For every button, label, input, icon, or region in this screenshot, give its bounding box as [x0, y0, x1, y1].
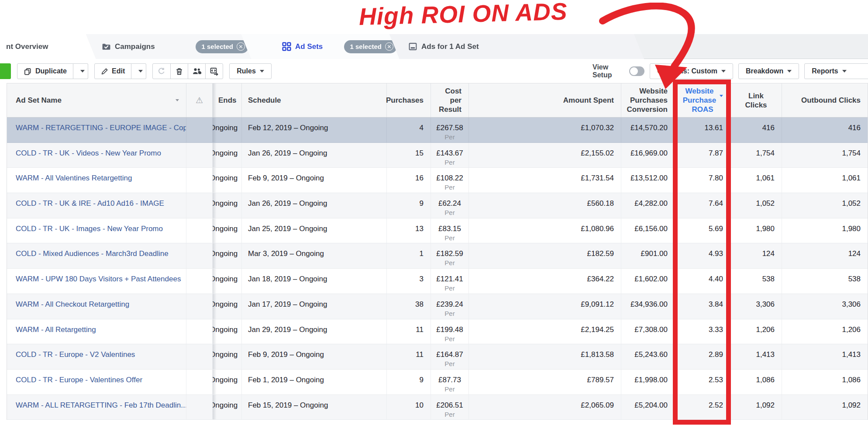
duplicate-button[interactable]: Duplicate [17, 63, 73, 79]
cell-link-clicks: 538 [730, 269, 782, 294]
sort-descending-icon [720, 95, 723, 97]
table-row[interactable]: WARM - UPW 180 Days Visitors + Past Atte… [7, 269, 868, 294]
refresh-button[interactable] [153, 64, 170, 79]
ad-set-name-link[interactable]: WARM - All Checkout Retargetting [16, 300, 129, 308]
cell-ad-set-name: COLD - TR - UK - Images - New Year Promo [7, 218, 186, 243]
cell-ends: Ongoing [213, 143, 242, 168]
cell-schedule: Jan 29, 2019 – Ongoing [242, 319, 387, 344]
table-row[interactable]: WARM - All Retargetting Ongoing Jan 29, … [7, 319, 868, 345]
cell-ends: Ongoing [213, 344, 242, 369]
header-ad-set-name[interactable]: Ad Set Name [7, 83, 186, 117]
table-row[interactable]: WARM - RETARGETTING - EUROPE IMAGE - Cop… [7, 118, 868, 143]
ad-set-name-link[interactable]: WARM - All Retargetting [16, 325, 96, 334]
table-row[interactable]: COLD - TR - UK - Videos - New Year Promo… [7, 143, 868, 168]
duplicate-dropdown-button[interactable] [73, 63, 88, 79]
cost-value: £108.22 [433, 174, 467, 183]
cell-link-clicks: 1,092 [730, 395, 782, 420]
reports-button[interactable]: Reports [804, 63, 868, 79]
ad-set-name-link[interactable]: COLD - TR - UK - Videos - New Year Promo [16, 149, 161, 157]
chevron-down-icon[interactable] [176, 99, 179, 101]
breakdown-button[interactable]: Breakdown [738, 63, 799, 79]
cell-website-purchase-roas: 5.69 [675, 218, 730, 243]
ends-value: Ongoing [213, 199, 238, 208]
cell-website-purchases-conversion: £5,243.60 [621, 344, 675, 369]
header-cost-per-result[interactable]: Cost per Result [431, 83, 469, 117]
cell-purchases: 10 [387, 395, 431, 420]
cell-schedule: Jan 25, 2019 – Ongoing [242, 218, 387, 243]
header-outbound-clicks[interactable]: Outbound Clicks [782, 83, 868, 117]
ad-set-name-link[interactable]: WARM - All Valentines Retargetting [16, 174, 132, 182]
cell-link-clicks: 1,206 [730, 319, 782, 344]
table-row[interactable]: COLD - Mixed Audiences - March3rd Deadli… [7, 243, 868, 269]
header-schedule[interactable]: Schedule [242, 83, 387, 117]
create-button[interactable] [0, 63, 11, 79]
cell-ends: Ongoing [213, 294, 242, 319]
chevron-down-icon [80, 70, 85, 73]
table-body: WARM - RETARGETTING - EUROPE IMAGE - Cop… [7, 118, 868, 420]
cell-website-purchase-roas: 13.61 [675, 118, 730, 142]
campaigns-deselect-icon[interactable]: ✕ [237, 42, 245, 51]
cell-ad-set-name: WARM - ALL RETARGETTING - Feb 17th Deadl… [7, 395, 186, 420]
cell-warning [186, 395, 213, 420]
tab-ad-sets[interactable]: Ad Sets 1 selected ✕ [241, 34, 400, 59]
ad-set-name-link[interactable]: COLD - Mixed Audiences - March3rd Deadli… [16, 249, 169, 258]
table-row[interactable]: COLD - TR - Europe - V2 Valentines Ongoi… [7, 344, 868, 370]
ad-set-name-link[interactable]: COLD - TR - UK - Images - New Year Promo [16, 225, 163, 233]
table-row[interactable]: WARM - All Valentines Retargetting Ongoi… [7, 168, 868, 193]
ad-set-name-link[interactable]: WARM - ALL RETARGETTING - Feb 17th Deadl… [16, 401, 186, 409]
header-purchases[interactable]: Purchases [387, 83, 431, 117]
cell-cost-per-result: £182.59 Per Purchase [431, 243, 469, 268]
edit-button[interactable]: Edit [94, 63, 131, 79]
pixel-code-button[interactable] [205, 64, 223, 79]
tab-campaigns[interactable]: Campaigns 1 selected ✕ [86, 34, 251, 59]
cell-purchases: 4 [387, 118, 431, 142]
header-link-clicks[interactable]: Link Clicks [730, 83, 782, 117]
tab-ads-label: Ads for 1 Ad Set [421, 42, 479, 51]
cell-ad-set-name: WARM - UPW 180 Days Visitors + Past Atte… [7, 269, 186, 294]
table-row[interactable]: WARM - All Checkout Retargetting Ongoing… [7, 294, 868, 319]
table-row[interactable]: COLD - TR - UK - Images - New Year Promo… [7, 218, 868, 244]
campaigns-folder-icon [102, 42, 111, 51]
cell-cost-per-result: £199.48 Per Purchase [431, 319, 469, 344]
ad-set-name-link[interactable]: COLD - TR - Europe - Valentines Offer [16, 376, 142, 384]
cost-sub-label: Per Purchase [433, 284, 467, 294]
edit-dropdown-button[interactable] [131, 63, 146, 79]
cell-warning [186, 218, 213, 243]
ends-value: Ongoing [213, 149, 238, 158]
cell-cost-per-result: £108.22 Per Purchase [431, 168, 469, 193]
ad-set-name-link[interactable]: WARM - UPW 180 Days Visitors + Past Atte… [16, 275, 181, 283]
cell-amount-spent: £364.22 [469, 269, 621, 294]
duplicate-split-button: Duplicate [17, 63, 88, 79]
header-delivery-warning[interactable]: ⚠ [186, 83, 213, 117]
cell-link-clicks: 1,052 [730, 193, 782, 218]
ad-set-name-link[interactable]: WARM - RETARGETTING - EUROPE IMAGE - Cop… [16, 124, 186, 132]
table-row[interactable]: COLD - TR - UK & IRE - Ad10 Ad16 - IMAGE… [7, 193, 868, 218]
header-amount-spent[interactable]: Amount Spent [469, 83, 621, 117]
cell-warning [186, 269, 213, 294]
cost-sub-label: Per Purchase [433, 335, 467, 344]
ad-set-name-link[interactable]: COLD - TR - UK & IRE - Ad10 Ad16 - IMAGE [16, 199, 164, 208]
cost-value: £143.67 [433, 149, 467, 158]
ad-sets-deselect-icon[interactable]: ✕ [385, 42, 393, 51]
ad-set-name-link[interactable]: COLD - TR - Europe - V2 Valentines [16, 350, 135, 359]
cell-schedule: Jan 26, 2019 – Ongoing [242, 193, 387, 218]
cell-schedule: Feb 9, 2019 – Ongoing [242, 344, 387, 369]
table-row[interactable]: WARM - ALL RETARGETTING - Feb 17th Deadl… [7, 395, 868, 420]
cell-schedule: Feb 12, 2019 – Ongoing [242, 118, 387, 142]
cell-outbound-clicks: 1,413 [782, 344, 868, 369]
cell-warning [186, 193, 213, 218]
table-row[interactable]: COLD - TR - Europe - Valentines Offer On… [7, 370, 868, 395]
cost-sub-label: Per Purchase [433, 158, 467, 168]
tab-account-overview[interactable]: nt Overview [0, 34, 96, 59]
header-roas-line2: ROAS [692, 105, 713, 114]
cost-value: £121.41 [433, 275, 467, 284]
cell-website-purchase-roas: 4.40 [675, 269, 730, 294]
header-ends[interactable]: Ends [213, 83, 242, 117]
rules-button[interactable]: Rules [229, 63, 272, 79]
delete-trash-button[interactable] [170, 64, 188, 79]
audience-people-button[interactable] [188, 64, 205, 79]
cell-warning [186, 370, 213, 394]
ends-value: Ongoing [213, 300, 238, 309]
cell-amount-spent: £2,155.02 [469, 143, 621, 168]
cell-amount-spent: £2,194.25 [469, 319, 621, 344]
